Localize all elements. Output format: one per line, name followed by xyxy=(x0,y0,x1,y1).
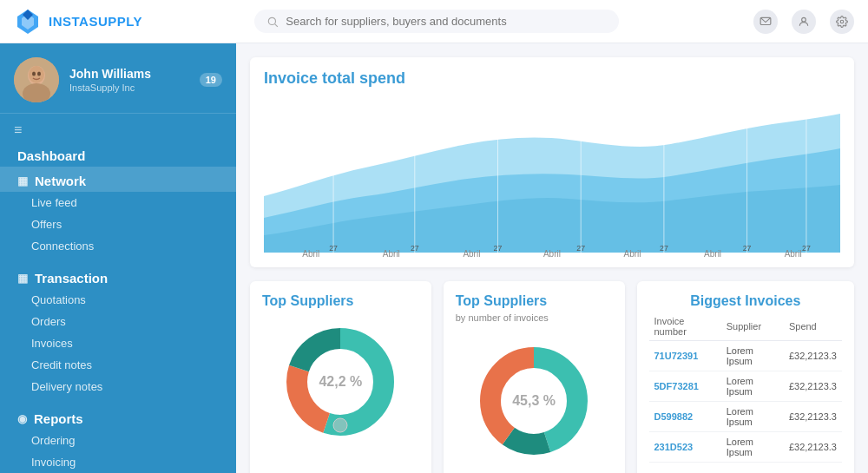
svg-point-22 xyxy=(577,123,584,130)
invoice-spend: £32,2123.3 xyxy=(784,341,842,371)
svg-point-13 xyxy=(37,72,41,76)
invoice-spend: £32,2123.3 xyxy=(784,402,842,432)
sidebar-item-connections[interactable]: Connections xyxy=(0,235,236,257)
x-label-6: Abril xyxy=(704,249,721,259)
reports-icon: ◉ xyxy=(17,412,27,425)
invoice-number[interactable]: 5DF73281 xyxy=(649,371,721,402)
sidebar: John Williams InstaSupply Inc 19 ≡ Dashb… xyxy=(0,43,236,473)
x-label-5: Abril xyxy=(624,249,641,259)
sidebar-item-dashboard[interactable]: Dashboard xyxy=(0,141,236,167)
content-area: Invoice total spend xyxy=(236,43,868,473)
top-suppliers-invoices-title: Top Suppliers xyxy=(456,293,613,309)
logo-icon xyxy=(14,8,42,36)
bottom-row: Top Suppliers 42,2 % xyxy=(250,281,854,473)
dashboard-label: Dashboard xyxy=(17,148,85,163)
svg-text:27: 27 xyxy=(494,244,503,253)
biggest-invoices-card: Biggest Invoices Invoice number Supplier… xyxy=(637,281,855,473)
sidebar-item-transaction[interactable]: ▦ Transaction xyxy=(0,264,236,289)
logo-area: INSTASUPPLY xyxy=(14,8,187,36)
svg-point-26 xyxy=(744,112,751,119)
col-header-supplier: Supplier xyxy=(721,312,784,341)
sidebar-item-credit-notes[interactable]: Credit notes xyxy=(0,354,236,376)
top-suppliers-invoices-card: Top Suppliers by number of invoices 45,3… xyxy=(444,281,625,473)
svg-text:27: 27 xyxy=(802,244,811,253)
x-label-7: Abril xyxy=(785,249,802,259)
main-layout: John Williams InstaSupply Inc 19 ≡ Dashb… xyxy=(0,43,868,473)
invoice-supplier: Lorem Ipsum xyxy=(721,341,784,371)
table-row: 71U72391 Lorem Ipsum £32,2123.3 xyxy=(649,341,843,371)
svg-text:27: 27 xyxy=(411,244,419,253)
svg-point-20 xyxy=(495,119,502,126)
invoice-supplier: Lorem Ipsum xyxy=(721,402,784,432)
menu-icon[interactable]: ≡ xyxy=(0,114,236,141)
invoice-number[interactable]: 71U72391 xyxy=(649,341,721,371)
transaction-label: Transaction xyxy=(35,271,108,286)
search-input[interactable] xyxy=(286,15,607,28)
table-row: D599882 Lorem Ipsum £32,2123.3 xyxy=(649,402,843,432)
sidebar-header: John Williams InstaSupply Inc 19 xyxy=(0,43,236,114)
table-row: 5DF73281 Lorem Ipsum £32,2123.3 xyxy=(649,371,843,402)
invoice-number[interactable]: D599882 xyxy=(649,402,721,432)
invoice-table: Invoice number Supplier Spend 71U72391 L… xyxy=(649,312,843,463)
svg-point-24 xyxy=(661,117,667,124)
svg-point-28 xyxy=(803,108,810,115)
table-row: 231D523 Lorem Ipsum £32,2123.3 xyxy=(649,432,843,463)
transaction-icon: ▦ xyxy=(17,272,28,285)
sidebar-item-ordering[interactable]: Ordering xyxy=(0,430,236,451)
top-suppliers-title: Top Suppliers xyxy=(262,293,419,309)
svg-point-7 xyxy=(840,20,844,23)
network-label: Network xyxy=(35,174,86,188)
sidebar-item-network[interactable]: ▦ Network xyxy=(0,167,236,192)
x-label-4: Abril xyxy=(543,249,561,259)
invoice-number[interactable]: 231D523 xyxy=(649,432,721,463)
top-suppliers-donut-container: 42,2 % xyxy=(262,312,419,451)
sidebar-item-offers[interactable]: Offers xyxy=(0,214,236,235)
sidebar-item-invoicing[interactable]: Invoicing xyxy=(0,451,236,473)
search-bar[interactable] xyxy=(254,10,619,33)
svg-text:27: 27 xyxy=(743,244,752,253)
biggest-invoices-title: Biggest Invoices xyxy=(649,293,843,309)
sidebar-item-reports[interactable]: ◉ Reports xyxy=(0,404,236,430)
nav-icons xyxy=(753,10,854,34)
top-suppliers-invoices-donut: 45,3 % xyxy=(473,340,595,462)
user-info: John Williams InstaSupply Inc xyxy=(69,67,200,93)
sidebar-item-invoices[interactable]: Invoices xyxy=(0,332,236,354)
sidebar-item-quotations[interactable]: Quotations xyxy=(0,289,236,311)
svg-point-11 xyxy=(29,66,44,83)
notification-badge[interactable]: 19 xyxy=(200,73,222,87)
svg-line-4 xyxy=(275,23,278,26)
network-icon: ▦ xyxy=(17,174,28,187)
user-name: John Williams xyxy=(69,67,200,81)
svg-text:27: 27 xyxy=(329,244,338,253)
svg-point-12 xyxy=(32,72,36,76)
top-nav: INSTASUPPLY xyxy=(0,0,868,43)
sidebar-item-livefeed[interactable]: Live feed xyxy=(0,192,236,214)
top-suppliers-card: Top Suppliers 42,2 % xyxy=(250,281,431,473)
user-button[interactable] xyxy=(792,10,816,34)
area-chart: 27 27 27 27 27 27 27 xyxy=(264,96,840,253)
messages-button[interactable] xyxy=(753,10,778,34)
reports-label: Reports xyxy=(34,411,83,426)
svg-text:27: 27 xyxy=(660,244,668,253)
donut-label-2: 45,3 % xyxy=(512,393,556,409)
sidebar-item-delivery-notes[interactable]: Delivery notes xyxy=(0,376,236,397)
top-suppliers-invoices-donut-container: 45,3 % xyxy=(456,332,613,470)
chart-title: Invoice total spend xyxy=(264,69,840,88)
settings-button[interactable] xyxy=(830,10,854,34)
avatar-image xyxy=(14,57,59,102)
col-header-spend: Spend xyxy=(784,312,842,341)
col-header-number: Invoice number xyxy=(649,312,721,341)
svg-point-16 xyxy=(330,145,337,152)
svg-point-3 xyxy=(269,17,276,24)
svg-point-18 xyxy=(411,132,418,139)
x-label-1: Abril xyxy=(302,249,319,259)
donut-label-1: 42,2 % xyxy=(319,374,362,390)
invoice-spend: £32,2123.3 xyxy=(784,432,842,463)
invoice-supplier: Lorem Ipsum xyxy=(721,371,784,402)
x-label-2: Abril xyxy=(383,249,400,259)
area-chart-svg: 27 27 27 27 27 27 27 xyxy=(264,96,840,253)
logo-text: INSTASUPPLY xyxy=(49,14,142,29)
top-suppliers-invoices-subtitle: by number of invoices xyxy=(456,312,613,323)
user-subtitle: InstaSupply Inc xyxy=(69,82,200,93)
sidebar-item-orders[interactable]: Orders xyxy=(0,311,236,332)
